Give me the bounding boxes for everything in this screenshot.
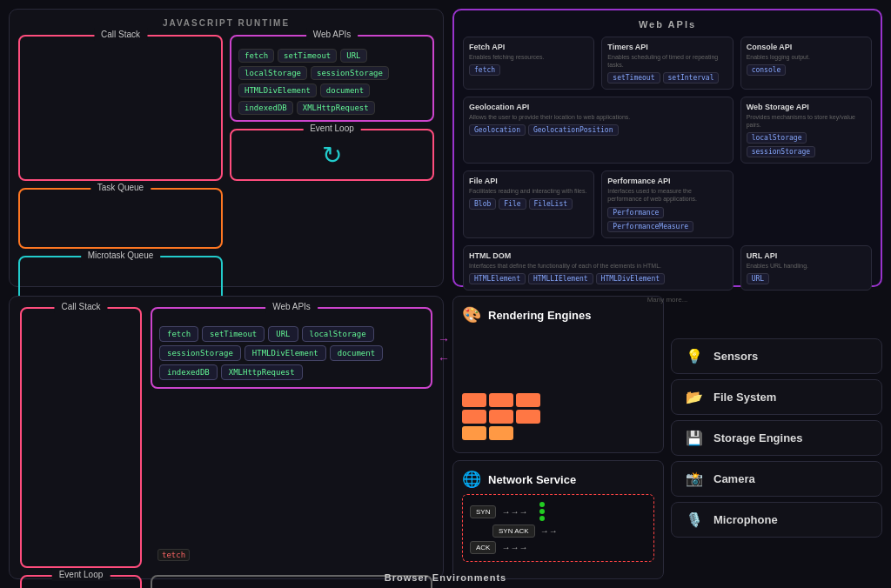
tag-url: URL [340,49,366,63]
tag-xmlhttprequest: XMLHttpRequest [297,101,375,115]
ns-dots-right [539,502,545,521]
file-tag: File [499,198,526,210]
ns-synack-row: SYN ACK →→ [470,525,646,538]
console-tag: console [747,64,787,76]
web-apis-label-top: Web APIs [306,28,358,41]
ns-arrow1: →→→ [501,507,527,517]
ns-syn-row: SYN →→→ [470,502,646,521]
api-card-url-desc: Enables URL handling. [747,262,866,270]
network-service-card: 🌐 Network Service SYN →→→ SYN [452,460,664,579]
api-card-file-tags: Blob File FileList [469,198,588,210]
task-queue-label: Task Queue [90,181,151,194]
rendering-emoji: 🎨 [462,305,481,324]
brick1 [462,393,486,407]
footer-label: Browser Environments [385,572,506,583]
api-card-geo-desc: Allows the user to provide their locatio… [469,113,727,121]
feature-filesystem[interactable]: 📂 File System [671,379,882,415]
storage-label: Storage Engines [713,431,803,444]
api-card-url-tags: URL [747,273,866,284]
api-card-perf-desc: Interfaces used to measure the performan… [607,187,727,203]
sensors-icon: 💡 [684,348,705,364]
brick3 [516,393,540,407]
filesystem-icon: 📂 [684,389,705,405]
feature-microphone[interactable]: 🎙️ Microphone [671,502,882,538]
sessionstorage-tag: sessionStorage [747,146,815,157]
ztag-url: URL [268,326,298,342]
api-card-timers-tags: setTimeout setInterval [607,72,727,84]
api-card-geo-tags: Geolocation GeolocationPosition [469,124,727,136]
settimeout-tag: setTimeout [607,72,660,84]
ns-arrow2: →→ [540,526,558,536]
network-emoji: 🌐 [462,470,481,489]
api-card-timers-title: Timers API [607,43,727,51]
brick7 [462,426,486,440]
microphone-label: Microphone [713,513,778,526]
zoom-api-tags: fetch setTimeout URL localStorage sessio… [159,326,424,380]
ztag-htmldivelement: HTMLDivElement [245,345,326,361]
api-card-timers: Timers API Enables scheduling of timed o… [601,37,733,90]
js-runtime-top: JAVASCRIPT RUNTIME Call Stack Web APIs f… [9,9,444,287]
url-tag: URL [747,273,769,284]
web-apis-panel-title: Web APIs [463,19,872,30]
footer: Browser Environments [385,572,506,583]
ztag-indexeddb: indexedDB [159,364,218,380]
filelist-tag: FileList [529,198,573,210]
setinterval-tag: setInterval [663,72,720,84]
geolocationposition-tag: GeolocationPosition [528,124,619,136]
microtask-queue-label: Microtask Queue [81,249,161,262]
tag-htmldivelement: HTMLDivElement [238,84,317,97]
api-card-webstorage-tags: localStorage sessionStorage [747,132,866,157]
storage-icon: 💾 [684,430,705,446]
brick8 [489,426,513,440]
ns-dot3 [539,516,545,521]
web-apis-label-zoom: Web APIs [265,300,318,313]
rendering-title: Rendering Engines [488,309,591,322]
api-card-htmldom-desc: Interfaces that define the functionality… [469,262,727,270]
rendering-engines-card: 🎨 Rendering Engines [452,296,664,453]
call-stack-label-top: Call Stack [94,28,147,41]
ztag-sessionstorage: sessionStorage [159,345,241,361]
tag-sessionstorage: sessionStorage [311,66,389,80]
ztag-fetch: fetch [159,326,198,342]
htmllielement-tag: HTMLLIElement [528,273,593,284]
feature-sensors[interactable]: 💡 Sensors [671,338,882,374]
microphone-icon: 🎙️ [684,511,705,528]
tag-settimeout: setTimeout [278,49,337,63]
ztag-settimeout: setTimeout [202,326,265,342]
api-card-perf-title: Performance API [607,177,727,185]
right-features: 💡 Sensors 📂 File System 💾 Storage Engine… [671,296,882,579]
feature-camera[interactable]: 📸 Camera [671,461,882,497]
localstorage-tag: localStorage [747,132,807,144]
tag-document: document [320,84,370,97]
fetch-tag: fetch [469,64,500,76]
event-loop-zoom: Event Loop ↻ [20,575,142,588]
tag-fetch: fetch [238,49,274,63]
api-card-console-desc: Enables logging output. [747,53,866,61]
api-card-file: File API Facilitates reading and interac… [463,170,594,237]
api-card-console-tags: console [747,64,866,76]
network-title: Network Service [488,473,576,486]
api-card-fetch-desc: Enables fetching resources. [469,53,588,61]
feature-storage[interactable]: 💾 Storage Engines [671,420,882,456]
api-card-geolocation: Geolocation API Allows the user to provi… [463,97,734,164]
api-card-performance: Performance API Interfaces used to measu… [601,170,733,237]
filesystem-label: File System [713,391,776,404]
ns-syn-box: SYN [470,505,496,518]
ns-synack-box: SYN ACK [492,525,535,538]
api-card-file-desc: Facilitates reading and interacting with… [469,187,588,195]
performancemeasure-tag: PerformanceMeasure [607,221,693,232]
ns-arrow3: →→→ [501,543,527,552]
camera-icon: 📸 [684,471,705,487]
performance-tag: Performance [607,207,664,218]
ztag-localstorage: localStorage [302,326,374,342]
api-grid: Fetch API Enables fetching resources. fe… [463,37,872,291]
ns-dot1 [539,502,545,507]
brick4 [462,410,486,424]
api-card-console: Console API Enables logging output. cons… [740,37,872,90]
api-card-fetch: Fetch API Enables fetching resources. fe… [463,37,594,90]
api-card-htmldom: HTML DOM Interfaces that define the func… [463,245,734,291]
ns-visual: SYN →→→ SYN ACK →→ ACK → [462,494,654,562]
api-card-webstorage-title: Web Storage API [747,103,866,111]
tag-indexeddb: indexedDB [238,101,293,115]
task-queue-box: Task Queue [18,188,223,249]
